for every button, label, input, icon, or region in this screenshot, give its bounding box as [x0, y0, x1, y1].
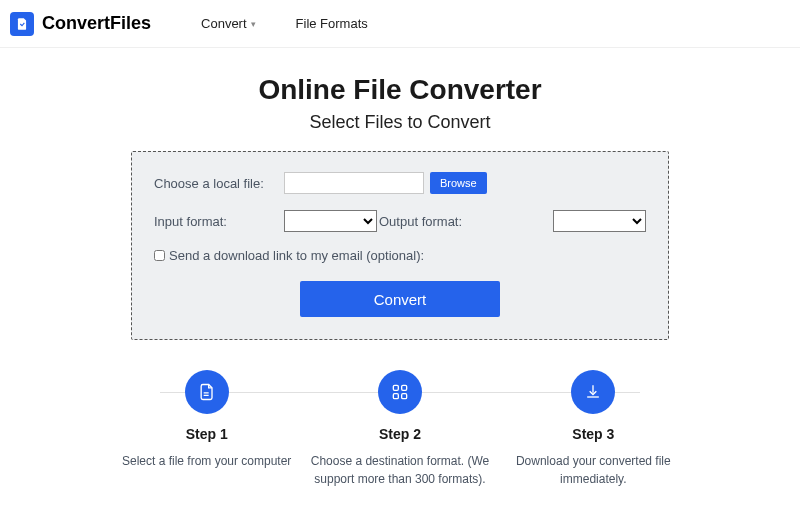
step-2-desc: Choose a destination format. (We support…	[309, 452, 490, 488]
choose-file-label: Choose a local file:	[154, 176, 284, 191]
nav-file-formats[interactable]: File Formats	[296, 16, 368, 31]
nav-convert[interactable]: Convert ▾	[201, 16, 256, 31]
step-3: Step 3 Download your converted file imme…	[497, 370, 690, 488]
page-title: Online File Converter	[0, 74, 800, 106]
brand-name: ConvertFiles	[42, 13, 151, 34]
svg-rect-0	[393, 385, 398, 390]
steps-section: Step 1 Select a file from your computer …	[110, 370, 690, 488]
top-nav: ConvertFiles Convert ▾ File Formats	[0, 0, 800, 48]
output-format-label: Output format:	[379, 214, 509, 229]
converter-panel: Choose a local file: Browse Input format…	[131, 151, 669, 340]
input-format-select[interactable]	[284, 210, 377, 232]
page-subtitle: Select Files to Convert	[0, 112, 800, 133]
step-1-title: Step 1	[116, 426, 297, 442]
step-1: Step 1 Select a file from your computer	[110, 370, 303, 488]
browse-button[interactable]: Browse	[430, 172, 487, 194]
nav-fileformats-label: File Formats	[296, 16, 368, 31]
step-3-title: Step 3	[503, 426, 684, 442]
brand-logo-icon	[10, 12, 34, 36]
brand[interactable]: ConvertFiles	[10, 12, 151, 36]
download-icon	[571, 370, 615, 414]
chevron-down-icon: ▾	[251, 19, 256, 29]
file-icon	[185, 370, 229, 414]
input-format-label: Input format:	[154, 214, 284, 229]
step-1-desc: Select a file from your computer	[116, 452, 297, 470]
step-2-title: Step 2	[309, 426, 490, 442]
step-3-desc: Download your converted file immediately…	[503, 452, 684, 488]
svg-rect-3	[402, 394, 407, 399]
step-2: Step 2 Choose a destination format. (We …	[303, 370, 496, 488]
email-checkbox[interactable]	[154, 250, 165, 261]
output-format-select[interactable]	[553, 210, 646, 232]
file-input[interactable]	[284, 172, 424, 194]
email-label: Send a download link to my email (option…	[169, 248, 424, 263]
grid-icon	[378, 370, 422, 414]
svg-rect-2	[393, 394, 398, 399]
nav-convert-label: Convert	[201, 16, 247, 31]
convert-button[interactable]: Convert	[300, 281, 500, 317]
svg-rect-1	[402, 385, 407, 390]
